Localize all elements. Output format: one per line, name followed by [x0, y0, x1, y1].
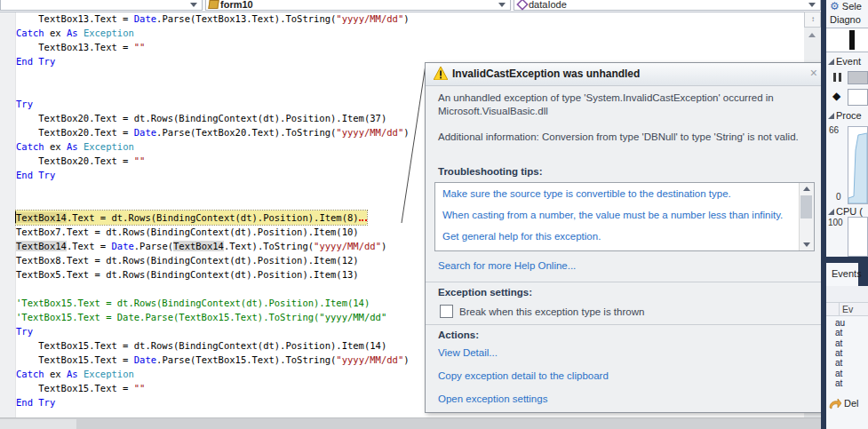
code-line: Catch ex As Exception [16, 139, 134, 154]
class-icon [208, 0, 219, 9]
code-token: .Text).ToString( [224, 241, 314, 251]
event-row[interactable]: at [835, 378, 842, 388]
code-token: Catch [16, 141, 44, 152]
navigation-bar: form10 dataIode [0, 0, 821, 12]
code-token: .Text = [67, 241, 112, 251]
code-token: End Try [16, 397, 55, 408]
chevron-down-icon [190, 3, 197, 7]
event-row[interactable]: at [835, 328, 842, 338]
select-tools-button[interactable]: ⚙ Sele [830, 0, 862, 12]
code-token: End Try [16, 56, 55, 67]
event-row[interactable]: at [835, 348, 842, 358]
pause-icon [833, 73, 842, 82]
timeline-ruler[interactable] [826, 28, 868, 52]
code-token: ) [403, 13, 409, 24]
memory-max-label: 66 [829, 125, 839, 135]
action-link[interactable]: View Detail... [438, 347, 498, 358]
troubleshooting-tip-link[interactable]: Get general help for this exception. [442, 231, 601, 242]
code-token: ) [403, 127, 409, 138]
events-action-row[interactable]: Del [826, 396, 868, 412]
event-row[interactable]: at [835, 369, 842, 378]
troubleshooting-tips-box: Make sure the source type is convertible… [434, 182, 815, 251]
code-token: ) [381, 241, 386, 251]
event-column-label: Ev [842, 304, 853, 314]
member-dropdown-label: dataIode [529, 0, 567, 10]
code-token: 'TextBox15.Text = dt.Rows(BindingContext… [16, 298, 370, 308]
events-table-header[interactable]: Ev [826, 302, 868, 316]
collapse-triangle-icon [828, 209, 834, 215]
code-line: TextBox13.Text = Date.Parse(TextBox13.Te… [16, 12, 410, 26]
code-line: TextBox20.Text = Date.Parse(TextBox20.Te… [16, 125, 410, 139]
events-action-label: Del [844, 398, 859, 409]
exception-message: An unhandled exception of type 'System.I… [438, 91, 804, 118]
troubleshooting-label: Troubleshooting tips: [438, 166, 543, 177]
search-help-link[interactable]: Search for more Help Online... [438, 260, 576, 271]
tab-events[interactable]: Events [826, 263, 858, 286]
code-token: "" [134, 155, 146, 166]
code-token: TextBox13.Text = [16, 42, 134, 52]
horizontal-scroll-thumb[interactable] [0, 419, 76, 429]
code-token: ex [44, 369, 67, 379]
code-line: TextBox20.Text = "" [16, 154, 145, 168]
dialog-title: InvalidCastException was unhandled [452, 68, 640, 80]
code-token: TextBox15.Text = dt.Rows(BindingContext(… [16, 340, 386, 351]
scroll-up-arrow[interactable] [803, 187, 810, 191]
horizontal-scrollbar[interactable] [0, 417, 821, 429]
additional-info: Additional information: Conversion from … [438, 131, 804, 144]
troubleshooting-tip-link[interactable]: Make sure the source type is convertible… [442, 188, 731, 199]
code-line: TextBox8.Text = dt.Rows(BindingContext(d… [16, 253, 359, 267]
troubleshooting-tip-link[interactable]: When casting from a number, the value mu… [442, 210, 783, 220]
break-checkbox-label: Break when this exception type is thrown [459, 306, 644, 317]
event-row[interactable]: at [835, 358, 842, 368]
scroll-down-arrow[interactable] [803, 242, 810, 247]
break-marker [849, 30, 855, 50]
editor-splitter-handle[interactable]: ↕ [804, 12, 821, 28]
member-icon [516, 0, 529, 11]
action-link[interactable]: Open exception settings [438, 393, 547, 404]
code-token: "" [134, 42, 146, 52]
code-token: TextBox14 [16, 212, 67, 223]
code-token: TextBox7.Text = dt.Rows(BindingContext(d… [16, 226, 359, 237]
tips-scrollbar[interactable] [799, 183, 814, 250]
project-dropdown[interactable] [0, 0, 203, 11]
code-token: Exception [84, 28, 134, 38]
cpu-section-header[interactable]: CPU ( [828, 206, 863, 217]
code-token: ) [403, 354, 409, 365]
code-token: TextBox8.Text = dt.Rows(BindingContext(d… [16, 255, 359, 266]
code-line: TextBox7.Text = dt.Rows(BindingContext(d… [16, 225, 359, 239]
events-section-header[interactable]: Event [828, 56, 861, 67]
code-line: End Try [16, 168, 55, 182]
code-token: Catch [16, 369, 44, 379]
code-token: TextBox20.Text = [16, 127, 134, 138]
code-line: 'TextBox15.Text = Date.Parse(TextBox15.T… [16, 310, 386, 324]
member-dropdown[interactable]: dataIode [514, 0, 821, 11]
event-row[interactable]: at [835, 338, 842, 348]
code-token: TextBox14 [173, 241, 224, 251]
code-token: "yyyy/MM/dd" [336, 127, 403, 138]
diagnostic-tools-panel: ⚙ Sele Diagno Event ◆ Proce 66 0 CPU ( 1… [826, 0, 868, 429]
tab-events-label: Events [832, 268, 862, 279]
code-token: .Text = dt.Rows(BindingContext(dt).Posit… [67, 212, 359, 223]
scroll-up-arrow[interactable] [808, 33, 816, 37]
break-checkbox[interactable] [440, 305, 453, 318]
memory-section-header[interactable]: Proce [828, 110, 862, 121]
code-token: "yyyy/MM/dd" [336, 13, 403, 24]
code-token: Date [134, 127, 156, 138]
code-token: TextBox20.Text = [16, 155, 134, 166]
scroll-thumb[interactable] [800, 195, 812, 218]
code-token: Try [16, 326, 33, 337]
action-link[interactable]: Copy exception detail to the clipboard [438, 370, 609, 381]
code-line: Catch ex As Exception [16, 367, 134, 381]
event-row[interactable]: au [835, 318, 845, 328]
close-icon[interactable]: × [810, 66, 817, 80]
vs-ide-window: TextBox13.Text = Date.Parse(TextBox13.Te… [0, 0, 868, 429]
code-line: TextBox15.Text = dt.Rows(BindingContext(… [16, 338, 386, 353]
class-dropdown[interactable]: form10 [205, 0, 511, 11]
code-token: Date [134, 354, 156, 365]
divider [426, 282, 824, 282]
memory-min-label: 0 [836, 192, 841, 202]
diagnostics-session-tab[interactable]: Diagno [830, 14, 861, 25]
code-line: Catch ex As Exception [16, 26, 134, 40]
memory-section-label: Proce [836, 110, 862, 121]
code-token: TextBox20.Text = dt.Rows(BindingContext(… [16, 113, 386, 123]
